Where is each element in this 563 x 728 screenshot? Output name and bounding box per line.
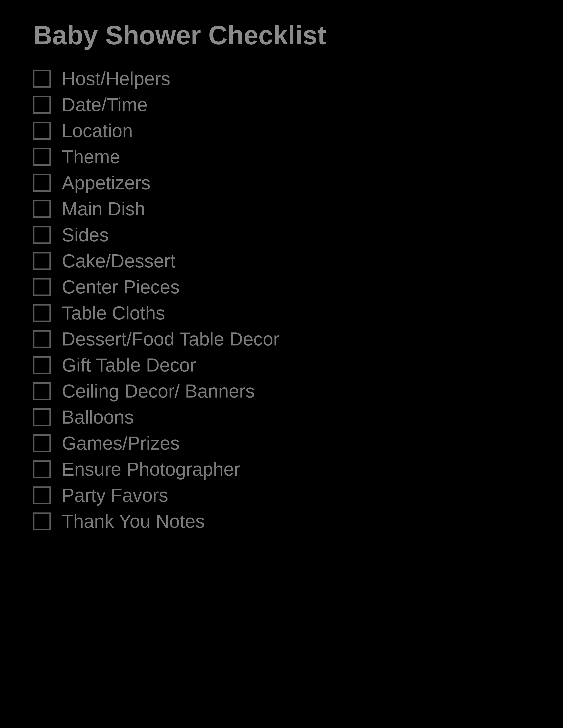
list-item: Party Favors [33, 484, 530, 506]
checkbox-dessert-food-table-decor[interactable] [33, 330, 51, 348]
list-item: Thank You Notes [33, 510, 530, 532]
label-date-time: Date/Time [62, 94, 148, 116]
label-table-cloths: Table Cloths [62, 302, 165, 324]
label-host-helpers: Host/Helpers [62, 68, 170, 90]
checkbox-table-cloths[interactable] [33, 304, 51, 322]
list-item: Sides [33, 224, 530, 246]
list-item: Table Cloths [33, 302, 530, 324]
checkbox-ensure-photographer[interactable] [33, 460, 51, 478]
label-games-prizes: Games/Prizes [62, 432, 180, 454]
page-container: Baby Shower Checklist Host/HelpersDate/T… [0, 0, 563, 552]
list-item: Gift Table Decor [33, 354, 530, 376]
list-item: Location [33, 120, 530, 142]
checkbox-games-prizes[interactable] [33, 434, 51, 452]
checkbox-cake-dessert[interactable] [33, 252, 51, 270]
checkbox-main-dish[interactable] [33, 200, 51, 218]
list-item: Ensure Photographer [33, 458, 530, 480]
checkbox-balloons[interactable] [33, 408, 51, 426]
label-dessert-food-table-decor: Dessert/Food Table Decor [62, 328, 279, 350]
checkbox-sides[interactable] [33, 226, 51, 244]
checkbox-theme[interactable] [33, 148, 51, 166]
checkbox-host-helpers[interactable] [33, 70, 51, 88]
page-title: Baby Shower Checklist [33, 20, 530, 50]
list-item: Cake/Dessert [33, 250, 530, 272]
list-item: Host/Helpers [33, 68, 530, 90]
list-item: Main Dish [33, 198, 530, 220]
label-gift-table-decor: Gift Table Decor [62, 354, 196, 376]
label-main-dish: Main Dish [62, 198, 145, 220]
label-cake-dessert: Cake/Dessert [62, 250, 175, 272]
list-item: Theme [33, 146, 530, 168]
label-ceiling-decor-banners: Ceiling Decor/ Banners [62, 380, 255, 402]
checkbox-gift-table-decor[interactable] [33, 356, 51, 374]
checkbox-party-favors[interactable] [33, 486, 51, 504]
label-theme: Theme [62, 146, 120, 168]
list-item: Date/Time [33, 94, 530, 116]
checkbox-center-pieces[interactable] [33, 278, 51, 296]
list-item: Appetizers [33, 172, 530, 194]
list-item: Balloons [33, 406, 530, 428]
label-appetizers: Appetizers [62, 172, 150, 194]
label-ensure-photographer: Ensure Photographer [62, 458, 240, 480]
label-party-favors: Party Favors [62, 484, 168, 506]
label-balloons: Balloons [62, 406, 134, 428]
checkbox-thank-you-notes[interactable] [33, 512, 51, 530]
label-center-pieces: Center Pieces [62, 276, 180, 298]
label-location: Location [62, 120, 133, 142]
list-item: Ceiling Decor/ Banners [33, 380, 530, 402]
checkbox-date-time[interactable] [33, 96, 51, 114]
label-thank-you-notes: Thank You Notes [62, 510, 205, 532]
checkbox-location[interactable] [33, 122, 51, 140]
label-sides: Sides [62, 224, 109, 246]
list-item: Games/Prizes [33, 432, 530, 454]
checkbox-ceiling-decor-banners[interactable] [33, 382, 51, 400]
checklist: Host/HelpersDate/TimeLocationThemeAppeti… [33, 68, 530, 532]
checkbox-appetizers[interactable] [33, 174, 51, 192]
list-item: Dessert/Food Table Decor [33, 328, 530, 350]
list-item: Center Pieces [33, 276, 530, 298]
